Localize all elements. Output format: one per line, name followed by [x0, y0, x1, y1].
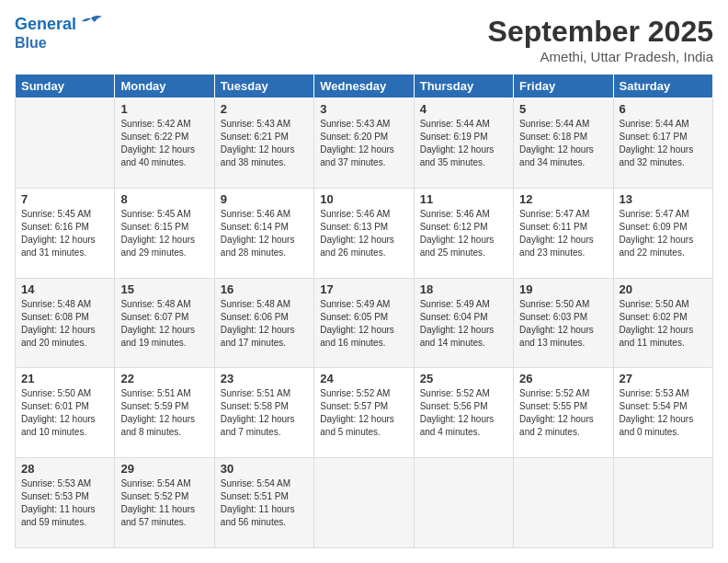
day-number: 17 — [320, 282, 407, 296]
calendar-cell: 4Sunrise: 5:44 AM Sunset: 6:19 PM Daylig… — [414, 98, 513, 189]
calendar-cell — [514, 458, 613, 548]
logo-bird-icon — [78, 15, 104, 35]
calendar-cell: 2Sunrise: 5:43 AM Sunset: 6:21 PM Daylig… — [214, 98, 313, 189]
day-number: 10 — [320, 192, 407, 206]
calendar-cell: 25Sunrise: 5:52 AM Sunset: 5:56 PM Dayli… — [414, 368, 513, 458]
day-info: Sunrise: 5:44 AM Sunset: 6:18 PM Dayligh… — [519, 118, 607, 169]
logo: General Blue — [15, 15, 104, 52]
calendar-cell: 5Sunrise: 5:44 AM Sunset: 6:18 PM Daylig… — [514, 98, 613, 189]
calendar-cell: 8Sunrise: 5:45 AM Sunset: 6:15 PM Daylig… — [115, 188, 214, 278]
day-info: Sunrise: 5:51 AM Sunset: 5:58 PM Dayligh… — [221, 387, 308, 439]
calendar-cell: 15Sunrise: 5:48 AM Sunset: 6:07 PM Dayli… — [115, 278, 214, 368]
calendar-cell: 22Sunrise: 5:51 AM Sunset: 5:59 PM Dayli… — [115, 368, 214, 458]
calendar-week-3: 14Sunrise: 5:48 AM Sunset: 6:08 PM Dayli… — [16, 278, 713, 368]
calendar-cell: 29Sunrise: 5:54 AM Sunset: 5:52 PM Dayli… — [115, 458, 214, 548]
day-info: Sunrise: 5:48 AM Sunset: 6:08 PM Dayligh… — [21, 298, 108, 350]
calendar-cell — [314, 458, 414, 548]
day-info: Sunrise: 5:52 AM Sunset: 5:56 PM Dayligh… — [420, 387, 507, 439]
day-number: 7 — [21, 192, 108, 206]
col-monday: Monday — [115, 75, 214, 98]
calendar-cell: 26Sunrise: 5:52 AM Sunset: 5:55 PM Dayli… — [514, 368, 613, 458]
day-info: Sunrise: 5:50 AM Sunset: 6:01 PM Dayligh… — [21, 387, 108, 439]
day-number: 23 — [221, 372, 308, 385]
day-number: 26 — [519, 372, 607, 385]
day-number: 5 — [519, 102, 607, 116]
day-number: 3 — [320, 102, 407, 116]
day-info: Sunrise: 5:48 AM Sunset: 6:06 PM Dayligh… — [221, 298, 308, 350]
calendar-cell: 7Sunrise: 5:45 AM Sunset: 6:16 PM Daylig… — [16, 188, 115, 278]
calendar-cell: 13Sunrise: 5:47 AM Sunset: 6:09 PM Dayli… — [613, 188, 712, 278]
day-info: Sunrise: 5:44 AM Sunset: 6:19 PM Dayligh… — [420, 118, 507, 169]
calendar-table: Sunday Monday Tuesday Wednesday Thursday… — [15, 74, 713, 548]
calendar-cell: 12Sunrise: 5:47 AM Sunset: 6:11 PM Dayli… — [514, 188, 613, 278]
calendar-cell: 11Sunrise: 5:46 AM Sunset: 6:12 PM Dayli… — [414, 188, 513, 278]
day-info: Sunrise: 5:47 AM Sunset: 6:11 PM Dayligh… — [519, 208, 607, 259]
calendar-week-5: 28Sunrise: 5:53 AM Sunset: 5:53 PM Dayli… — [16, 458, 713, 548]
day-info: Sunrise: 5:49 AM Sunset: 6:04 PM Dayligh… — [420, 298, 507, 350]
day-number: 12 — [519, 192, 607, 206]
day-info: Sunrise: 5:44 AM Sunset: 6:17 PM Dayligh… — [620, 118, 707, 169]
day-number: 1 — [120, 102, 208, 116]
calendar-cell: 23Sunrise: 5:51 AM Sunset: 5:58 PM Dayli… — [214, 368, 313, 458]
title-section: September 2025 Amethi, Uttar Pradesh, In… — [488, 15, 713, 64]
calendar-week-1: 1Sunrise: 5:42 AM Sunset: 6:22 PM Daylig… — [16, 98, 713, 189]
day-number: 25 — [420, 372, 507, 385]
calendar-cell: 17Sunrise: 5:49 AM Sunset: 6:05 PM Dayli… — [314, 278, 414, 368]
day-info: Sunrise: 5:46 AM Sunset: 6:14 PM Dayligh… — [221, 208, 308, 259]
logo-blue: Blue — [15, 35, 47, 52]
day-number: 16 — [221, 282, 308, 296]
calendar-cell — [613, 458, 712, 548]
day-number: 28 — [21, 462, 108, 476]
logo-general: General — [15, 15, 76, 33]
day-info: Sunrise: 5:53 AM Sunset: 5:53 PM Dayligh… — [21, 477, 108, 529]
col-tuesday: Tuesday — [214, 75, 313, 98]
day-number: 29 — [120, 462, 208, 476]
calendar-cell: 20Sunrise: 5:50 AM Sunset: 6:02 PM Dayli… — [613, 278, 712, 368]
calendar-week-4: 21Sunrise: 5:50 AM Sunset: 6:01 PM Dayli… — [16, 368, 713, 458]
calendar-cell: 21Sunrise: 5:50 AM Sunset: 6:01 PM Dayli… — [16, 368, 115, 458]
day-number: 14 — [21, 282, 108, 296]
calendar-cell — [414, 458, 513, 548]
calendar-cell: 14Sunrise: 5:48 AM Sunset: 6:08 PM Dayli… — [16, 278, 115, 368]
day-info: Sunrise: 5:50 AM Sunset: 6:03 PM Dayligh… — [519, 298, 607, 350]
day-info: Sunrise: 5:42 AM Sunset: 6:22 PM Dayligh… — [120, 118, 208, 169]
day-number: 2 — [221, 102, 308, 116]
day-info: Sunrise: 5:51 AM Sunset: 5:59 PM Dayligh… — [120, 387, 208, 439]
logo-text: General — [15, 16, 76, 34]
col-saturday: Saturday — [613, 75, 712, 98]
day-info: Sunrise: 5:48 AM Sunset: 6:07 PM Dayligh… — [120, 298, 208, 350]
col-sunday: Sunday — [16, 75, 115, 98]
day-number: 20 — [620, 282, 707, 296]
day-number: 24 — [320, 372, 407, 385]
calendar-cell: 24Sunrise: 5:52 AM Sunset: 5:57 PM Dayli… — [314, 368, 414, 458]
header-row: Sunday Monday Tuesday Wednesday Thursday… — [16, 75, 713, 98]
calendar-cell: 6Sunrise: 5:44 AM Sunset: 6:17 PM Daylig… — [613, 98, 712, 189]
calendar-cell: 3Sunrise: 5:43 AM Sunset: 6:20 PM Daylig… — [314, 98, 414, 189]
day-info: Sunrise: 5:45 AM Sunset: 6:15 PM Dayligh… — [120, 208, 208, 259]
col-friday: Friday — [514, 75, 613, 98]
day-info: Sunrise: 5:46 AM Sunset: 6:13 PM Dayligh… — [320, 208, 407, 259]
day-info: Sunrise: 5:50 AM Sunset: 6:02 PM Dayligh… — [620, 298, 707, 350]
day-number: 8 — [120, 192, 208, 206]
day-info: Sunrise: 5:43 AM Sunset: 6:21 PM Dayligh… — [221, 118, 308, 169]
day-number: 18 — [420, 282, 507, 296]
day-number: 30 — [221, 462, 308, 476]
day-info: Sunrise: 5:46 AM Sunset: 6:12 PM Dayligh… — [420, 208, 507, 259]
day-number: 11 — [420, 192, 507, 206]
main-title: September 2025 — [488, 15, 713, 49]
day-number: 9 — [221, 192, 308, 206]
day-info: Sunrise: 5:45 AM Sunset: 6:16 PM Dayligh… — [21, 208, 108, 259]
calendar-cell — [16, 98, 115, 189]
subtitle: Amethi, Uttar Pradesh, India — [488, 49, 713, 64]
day-number: 6 — [620, 102, 707, 116]
col-thursday: Thursday — [414, 75, 513, 98]
day-number: 4 — [420, 102, 507, 116]
calendar-cell: 30Sunrise: 5:54 AM Sunset: 5:51 PM Dayli… — [214, 458, 313, 548]
day-number: 22 — [120, 372, 208, 385]
day-info: Sunrise: 5:54 AM Sunset: 5:51 PM Dayligh… — [221, 477, 308, 529]
calendar-cell: 19Sunrise: 5:50 AM Sunset: 6:03 PM Dayli… — [514, 278, 613, 368]
calendar-cell: 10Sunrise: 5:46 AM Sunset: 6:13 PM Dayli… — [314, 188, 414, 278]
day-info: Sunrise: 5:49 AM Sunset: 6:05 PM Dayligh… — [320, 298, 407, 350]
calendar-cell: 27Sunrise: 5:53 AM Sunset: 5:54 PM Dayli… — [613, 368, 712, 458]
day-number: 27 — [620, 372, 707, 385]
